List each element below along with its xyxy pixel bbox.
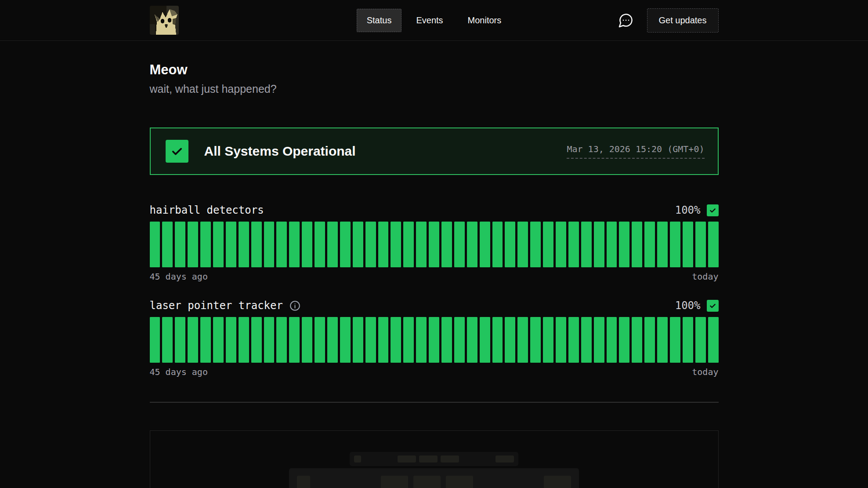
uptime-day-bar[interactable] — [302, 317, 312, 363]
uptime-day-bar[interactable] — [467, 222, 477, 267]
uptime-day-bar[interactable] — [708, 317, 719, 363]
uptime-day-bar[interactable] — [175, 317, 185, 363]
uptime-day-bar[interactable] — [517, 222, 528, 267]
uptime-day-bar[interactable] — [454, 222, 465, 267]
uptime-day-bar[interactable] — [289, 222, 300, 267]
uptime-day-bar[interactable] — [200, 222, 211, 267]
uptime-day-bar[interactable] — [441, 317, 452, 363]
uptime-day-bar[interactable] — [492, 222, 503, 267]
uptime-day-bar[interactable] — [239, 222, 249, 267]
uptime-day-bar[interactable] — [543, 222, 553, 267]
uptime-day-bar[interactable] — [353, 222, 363, 267]
uptime-day-bar[interactable] — [632, 222, 642, 267]
uptime-day-bar[interactable] — [239, 317, 249, 363]
monitor-hairball-detectors: hairball detectors 100% 45 days ago toda… — [150, 204, 719, 282]
uptime-day-bar[interactable] — [327, 222, 338, 267]
uptime-day-bar[interactable] — [175, 222, 185, 267]
uptime-day-bar[interactable] — [594, 317, 604, 363]
uptime-day-bar[interactable] — [403, 317, 414, 363]
uptime-day-bar[interactable] — [480, 317, 490, 363]
uptime-day-bar[interactable] — [226, 317, 236, 363]
uptime-day-bar[interactable] — [644, 222, 655, 267]
get-updates-button[interactable]: Get updates — [647, 8, 719, 33]
uptime-day-bar[interactable] — [429, 317, 439, 363]
uptime-day-bar[interactable] — [391, 222, 401, 267]
uptime-day-bar[interactable] — [289, 317, 300, 363]
uptime-day-bar[interactable] — [429, 222, 439, 267]
uptime-day-bar[interactable] — [594, 222, 604, 267]
uptime-day-bar[interactable] — [556, 222, 566, 267]
uptime-day-bar[interactable] — [264, 317, 275, 363]
uptime-day-bar[interactable] — [517, 317, 528, 363]
uptime-day-bar[interactable] — [251, 222, 262, 267]
uptime-day-bar[interactable] — [607, 222, 617, 267]
uptime-day-bar[interactable] — [467, 317, 477, 363]
uptime-day-bar[interactable] — [454, 317, 465, 363]
uptime-day-bar[interactable] — [276, 317, 287, 363]
uptime-day-bar[interactable] — [530, 317, 541, 363]
uptime-day-bar[interactable] — [670, 317, 680, 363]
uptime-day-bar[interactable] — [581, 317, 592, 363]
uptime-day-bar[interactable] — [644, 317, 655, 363]
feedback-chat-button[interactable] — [617, 11, 635, 29]
uptime-day-bar[interactable] — [315, 222, 325, 267]
uptime-day-bar[interactable] — [340, 222, 351, 267]
uptime-day-bar[interactable] — [251, 317, 262, 363]
uptime-day-bar[interactable] — [365, 317, 376, 363]
uptime-day-bar[interactable] — [213, 222, 224, 267]
uptime-day-bar[interactable] — [162, 222, 173, 267]
uptime-day-bar[interactable] — [657, 222, 668, 267]
uptime-day-bar[interactable] — [416, 317, 427, 363]
uptime-day-bar[interactable] — [695, 317, 706, 363]
uptime-day-bar[interactable] — [441, 222, 452, 267]
uptime-day-bar[interactable] — [327, 317, 338, 363]
uptime-day-bar[interactable] — [264, 222, 275, 267]
uptime-day-bar[interactable] — [213, 317, 224, 363]
uptime-day-bar[interactable] — [226, 222, 236, 267]
uptime-day-bar[interactable] — [556, 317, 566, 363]
uptime-day-bar[interactable] — [416, 222, 427, 267]
uptime-day-bar[interactable] — [302, 222, 312, 267]
uptime-day-bar[interactable] — [150, 317, 160, 363]
uptime-day-bar[interactable] — [708, 222, 719, 267]
uptime-day-bar[interactable] — [505, 317, 515, 363]
uptime-day-bar[interactable] — [391, 317, 401, 363]
uptime-day-bar[interactable] — [670, 222, 680, 267]
uptime-day-bar[interactable] — [188, 317, 198, 363]
uptime-day-bar[interactable] — [162, 317, 173, 363]
nav-tab-events[interactable]: Events — [406, 9, 453, 32]
nav-tab-status[interactable]: Status — [357, 9, 402, 32]
uptime-day-bar[interactable] — [543, 317, 553, 363]
uptime-day-bar[interactable] — [378, 317, 389, 363]
uptime-day-bar[interactable] — [480, 222, 490, 267]
uptime-day-bar[interactable] — [315, 317, 325, 363]
uptime-day-bar[interactable] — [619, 222, 629, 267]
uptime-day-bar[interactable] — [632, 317, 642, 363]
nav-tab-monitors[interactable]: Monitors — [458, 9, 512, 32]
uptime-day-bar[interactable] — [568, 317, 579, 363]
status-timestamp[interactable]: Mar 13, 2026 15:20 (GMT+0) — [567, 144, 704, 159]
uptime-day-bar[interactable] — [200, 317, 211, 363]
uptime-day-bar[interactable] — [188, 222, 198, 267]
uptime-day-bar[interactable] — [492, 317, 503, 363]
uptime-day-bar[interactable] — [150, 222, 160, 267]
uptime-day-bar[interactable] — [530, 222, 541, 267]
checkmark-icon — [170, 144, 184, 159]
uptime-day-bar[interactable] — [340, 317, 351, 363]
uptime-day-bar[interactable] — [683, 317, 693, 363]
uptime-day-bar[interactable] — [695, 222, 706, 267]
uptime-day-bar[interactable] — [619, 317, 629, 363]
uptime-day-bar[interactable] — [365, 222, 376, 267]
uptime-day-bar[interactable] — [378, 222, 389, 267]
uptime-day-bar[interactable] — [657, 317, 668, 363]
info-icon[interactable] — [289, 300, 301, 312]
uptime-day-bar[interactable] — [353, 317, 363, 363]
site-logo-cat-image[interactable] — [150, 6, 179, 35]
uptime-day-bar[interactable] — [276, 222, 287, 267]
uptime-day-bar[interactable] — [683, 222, 693, 267]
uptime-day-bar[interactable] — [568, 222, 579, 267]
uptime-day-bar[interactable] — [505, 222, 515, 267]
uptime-day-bar[interactable] — [403, 222, 414, 267]
uptime-day-bar[interactable] — [581, 222, 592, 267]
uptime-day-bar[interactable] — [607, 317, 617, 363]
